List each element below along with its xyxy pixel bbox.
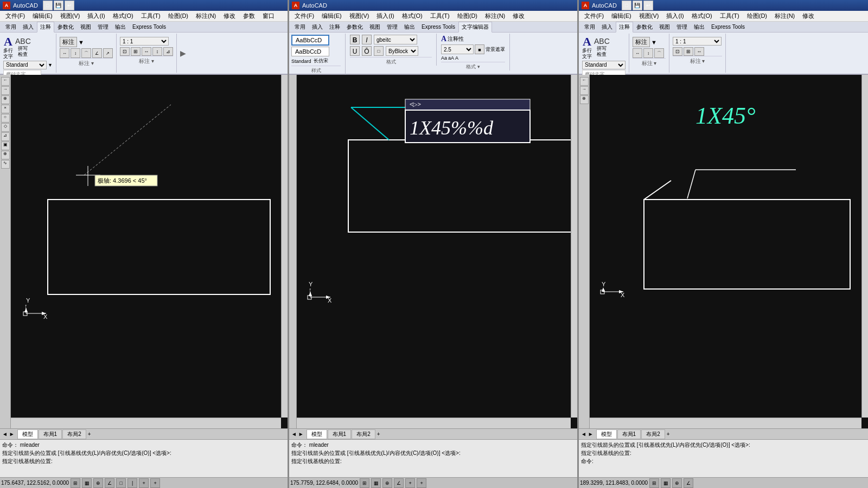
- text-style-select-1[interactable]: Standard: [3, 61, 47, 69]
- panel2-drawing[interactable]: <▷> 1X45%%d Y ↑ X: [289, 75, 577, 428]
- spell-check-btn-3[interactable]: ABC 拼写检查: [594, 37, 610, 57]
- byblock-select-2[interactable]: ByBlock: [386, 46, 418, 56]
- menu-edit-3[interactable]: 编辑(E): [608, 11, 635, 21]
- panel1-drawing[interactable]: ← → ⊕ × ○ ◇ ⊿ ▣ ⊕ ∿: [0, 75, 288, 428]
- tab-layout1-1[interactable]: 布局1: [39, 429, 62, 439]
- byblock-check-2[interactable]: □: [374, 46, 384, 56]
- toolbar-btn-2[interactable]: →: [1, 86, 10, 95]
- menu-format-3[interactable]: 格式(O): [688, 11, 716, 21]
- tab-insert-2[interactable]: 插入: [309, 21, 326, 32]
- scale-btn-4[interactable]: ↕: [152, 47, 162, 56]
- panel3-drawing[interactable]: ← → ⊕ 1X45°: [579, 75, 868, 428]
- menu-format-2[interactable]: 格式(O): [399, 11, 426, 21]
- scale-btn-1[interactable]: ⊡: [120, 47, 130, 56]
- status-icon-8[interactable]: +: [150, 478, 160, 488]
- toolbar-btn-3[interactable]: ⊕: [1, 95, 10, 104]
- tab-model-1[interactable]: 模型: [17, 429, 38, 439]
- undo-btn-3[interactable]: ↩: [643, 1, 653, 10]
- status-icon-1[interactable]: ⊞: [71, 478, 80, 488]
- tab-manage-2[interactable]: 管理: [384, 21, 401, 32]
- tab-output-2[interactable]: 输出: [401, 21, 418, 32]
- dim-dropdown-3[interactable]: ▼: [651, 39, 657, 46]
- menu-tools-2[interactable]: 工具(T): [427, 11, 453, 21]
- size-select-2[interactable]: 2.5: [441, 44, 474, 54]
- dim-btn-3[interactable]: 标注: [633, 37, 650, 47]
- menu-edit-2[interactable]: 编辑(E): [318, 11, 345, 21]
- menu-tools-1[interactable]: 工具(T): [138, 11, 164, 21]
- scrollbar-h-1[interactable]: [11, 418, 281, 428]
- spell-check-btn-1[interactable]: ABC 拼写检查: [15, 37, 31, 57]
- menu-file-3[interactable]: 文件(F): [581, 11, 607, 21]
- menu-draw-1[interactable]: 绘图(D): [165, 11, 192, 21]
- tab-layout2-1[interactable]: 布局2: [62, 429, 86, 439]
- dim-sub-3-2[interactable]: ↕: [643, 48, 653, 58]
- tab-model-2[interactable]: 模型: [307, 429, 327, 439]
- dim-dropdown-1[interactable]: ▼: [78, 39, 84, 46]
- menu-format-1[interactable]: 格式(O): [110, 11, 137, 21]
- status-icon-2-6[interactable]: +: [417, 478, 426, 488]
- scrollbar-v-2[interactable]: [571, 75, 577, 418]
- scale-btn-5[interactable]: ⊿: [163, 47, 173, 56]
- menu-view-1[interactable]: 视图(V): [57, 11, 84, 21]
- toolbar-btn-1[interactable]: ←: [1, 77, 10, 86]
- scale-select-3[interactable]: 1 : 1: [673, 37, 722, 46]
- menu-file-2[interactable]: 文件(F): [291, 11, 317, 21]
- dim-sub-3-3[interactable]: ⌒: [654, 48, 664, 58]
- tab-manage-3[interactable]: 管理: [673, 21, 691, 32]
- toolbar-btn-10[interactable]: ∿: [1, 160, 10, 169]
- tab-arrow-left-2[interactable]: ◄ ►: [291, 431, 304, 437]
- menu-draw-3[interactable]: 绘图(D): [744, 11, 770, 21]
- undo-btn-1[interactable]: ↩: [65, 1, 74, 10]
- status-icon-3-4[interactable]: ∠: [684, 478, 693, 488]
- dim-btn-1[interactable]: 标注: [60, 37, 77, 47]
- add-group-1[interactable]: ▶: [179, 34, 187, 73]
- dim-sub-4[interactable]: ∠: [92, 48, 102, 58]
- status-icon-3-2[interactable]: ▦: [661, 478, 671, 488]
- underline-btn-2[interactable]: U: [350, 46, 360, 56]
- menu-modify-2[interactable]: 修改: [509, 11, 528, 21]
- style-dropdown-1[interactable]: ▼: [48, 62, 53, 68]
- scale-btn-3-3[interactable]: ↔: [694, 47, 704, 56]
- status-icon-2[interactable]: ▦: [82, 478, 92, 488]
- save-btn-3[interactable]: 💾: [633, 1, 642, 10]
- new-btn-1[interactable]: □: [43, 1, 53, 10]
- status-icon-2-3[interactable]: ⊕: [382, 478, 392, 488]
- bold-btn-2[interactable]: B: [350, 35, 360, 44]
- menu-view-2[interactable]: 视图(V): [346, 11, 373, 21]
- tab-view-1[interactable]: 视图: [77, 21, 94, 32]
- tab-layout1-2[interactable]: 布局1: [328, 429, 352, 439]
- menu-dim-3[interactable]: 标注(N): [771, 11, 798, 21]
- dim-sub-3[interactable]: ⌒: [81, 48, 91, 58]
- menu-edit-1[interactable]: 编辑(E): [29, 11, 56, 21]
- tab-arrow-left-3[interactable]: ◄ ►: [581, 431, 593, 437]
- scrollbar-h-3[interactable]: [590, 418, 861, 428]
- text-style-select-3[interactable]: Standard: [582, 61, 626, 69]
- tab-common-1[interactable]: 常用: [2, 21, 20, 32]
- tab-insert-1[interactable]: 插入: [20, 21, 37, 32]
- tab-annotation-1[interactable]: 注释: [37, 22, 54, 33]
- save-btn-1[interactable]: 💾: [54, 1, 63, 10]
- tab-express-2[interactable]: Express Tools: [418, 21, 458, 32]
- menu-view-3[interactable]: 视图(V): [636, 11, 662, 21]
- tab-add-1[interactable]: +: [88, 431, 91, 437]
- tab-output-1[interactable]: 输出: [112, 21, 129, 32]
- tab-param-3[interactable]: 参数化: [633, 21, 656, 32]
- bg-mask-btn-2[interactable]: ■: [475, 44, 484, 54]
- tab-insert-3[interactable]: 插入: [598, 21, 616, 32]
- menu-window-1[interactable]: 窗口: [259, 11, 278, 21]
- tab-param-1[interactable]: 参数化: [54, 21, 77, 32]
- menu-modify-1[interactable]: 修改: [220, 11, 239, 21]
- tab-common-3[interactable]: 常用: [581, 21, 598, 32]
- tab-layout1-3[interactable]: 布局1: [617, 429, 641, 439]
- toolbar-btn-3-2[interactable]: →: [580, 86, 589, 95]
- menu-modify-3[interactable]: 修改: [799, 11, 818, 21]
- status-icon-2-5[interactable]: +: [405, 478, 415, 488]
- toolbar-btn-9[interactable]: ⊕: [1, 151, 10, 159]
- tab-common-2[interactable]: 常用: [291, 21, 309, 32]
- toolbar-btn-8[interactable]: ▣: [1, 142, 10, 150]
- status-icon-6[interactable]: |: [127, 478, 137, 488]
- overline-btn-2[interactable]: Ō: [362, 46, 372, 56]
- status-icon-2-4[interactable]: ∠: [394, 478, 404, 488]
- tab-annotation-3[interactable]: 注释: [616, 22, 633, 33]
- toolbar-btn-6[interactable]: ◇: [1, 123, 10, 132]
